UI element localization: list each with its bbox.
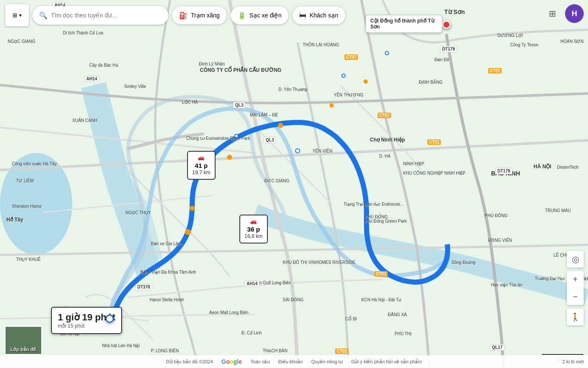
road-badge-DT179-1: DT179	[440, 46, 457, 52]
right-controls: ⊞ H	[543, 4, 584, 23]
google-logo: Google	[222, 358, 242, 365]
road-badge-CT01-2: CT01	[427, 139, 441, 145]
road-badge-QL3: QL3	[233, 102, 245, 108]
map-layer-label: Lớp bản đồ	[11, 347, 37, 352]
compass-icon: ◎	[572, 254, 579, 264]
route-box-1[interactable]: 🚗 41 p 19,7 km	[187, 151, 216, 180]
profile-letter: H	[572, 9, 577, 18]
hotel-filter[interactable]: 🛏 Khách sạn	[292, 6, 345, 25]
road-badge-CT01-1: CT01	[488, 68, 502, 74]
apps-button[interactable]: ⊞	[543, 4, 562, 23]
feedback-link[interactable]: Gửi ý kiến phản hồi về sản phẩm	[351, 359, 422, 365]
zoom-controls: + −	[567, 271, 584, 305]
origin-pin[interactable]	[105, 314, 114, 323]
ev-label: Sạc xe điện	[250, 12, 282, 19]
ev-charging-filter[interactable]: 🔋 Sạc xe điện	[230, 6, 289, 25]
road-badge-CT07-2: CT07	[378, 113, 391, 118]
dieu-khoan-link[interactable]: Điều khoản	[278, 359, 303, 365]
gas-icon: ⛽	[179, 11, 187, 20]
road-badge-QL17: QL17	[490, 344, 505, 351]
search-icon: 🔍	[39, 11, 48, 20]
search-input[interactable]	[51, 12, 162, 19]
road-badge-DT378: DT378	[135, 284, 152, 290]
pegman-button[interactable]: 🚶	[567, 309, 584, 326]
road-badge-AH14-3: AH14	[244, 280, 260, 287]
pegman-icon: 🚶	[571, 312, 580, 322]
gas-label: Trạm xăng	[191, 12, 220, 19]
car-icon-2: 🚗	[250, 218, 257, 225]
zoom-in-button[interactable]: +	[567, 271, 584, 288]
road-badge-CT01-4: CT01	[335, 348, 349, 354]
ev-icon: 🔋	[238, 11, 246, 20]
bottom-bar: Dữ liệu bản đồ ©2024 Google Toàn cầu Điề…	[0, 355, 588, 368]
zoom-in-icon: +	[573, 275, 578, 284]
search-bar: 🔍	[32, 6, 168, 25]
scale-text: 2 ki lô mét	[562, 359, 584, 364]
bottom-right-controls: ◎ + − 🚶	[567, 251, 584, 326]
gas-station-filter[interactable]: ⛽ Trạm xăng	[172, 6, 227, 25]
route-time-1: 41 p	[195, 161, 207, 170]
car-icon-1: 🚗	[198, 154, 205, 161]
zoom-out-icon: −	[573, 292, 578, 302]
route-dist-2: 16,6 km	[244, 233, 263, 240]
grid-icon: ⊞	[549, 8, 556, 19]
map-data-text: Dữ liệu bản đồ ©2024	[166, 359, 213, 365]
hotel-icon: 🛏	[299, 11, 306, 19]
map-layer-button[interactable]: Lớp bản đồ	[4, 326, 43, 355]
travel-sub-text: mỗi 15 phút	[58, 323, 115, 329]
toan-cau-link[interactable]: Toàn cầu	[250, 359, 270, 365]
route-time-2: 36 p	[247, 225, 260, 234]
zoom-out-button[interactable]: −	[567, 288, 584, 305]
road-badge-CT07-1: CT07	[344, 54, 358, 60]
hotel-label: Khách sạn	[310, 12, 338, 19]
road-badge-DT179-2: DT179	[495, 168, 512, 174]
road-badge-AH14-2: AH14	[84, 76, 99, 82]
road-badge-CT01-3: CT01	[374, 271, 388, 277]
map-container: ≡ ▾ 🔍 ⛽ Trạm xăng 🔋 Sạc xe điện 🛏 Khách …	[0, 0, 588, 368]
profile-button[interactable]: H	[565, 4, 584, 23]
chevron-down-icon: ▾	[19, 12, 22, 18]
menu-icon: ≡	[12, 11, 17, 20]
rieng-tu-link[interactable]: Quyền riêng tư	[311, 359, 343, 365]
menu-button[interactable]: ≡ ▾	[5, 4, 29, 26]
top-bar: ≡ ▾ 🔍 ⛽ Trạm xăng 🔋 Sạc xe điện 🛏 Khách …	[0, 4, 588, 26]
compass-button[interactable]: ◎	[567, 251, 584, 268]
route-dist-1: 19,7 km	[192, 170, 210, 176]
scale-bar	[541, 354, 584, 355]
road-badge-QL3-2: QL3	[264, 137, 276, 143]
route-box-2[interactable]: 🚗 36 p 16,6 km	[239, 215, 268, 243]
